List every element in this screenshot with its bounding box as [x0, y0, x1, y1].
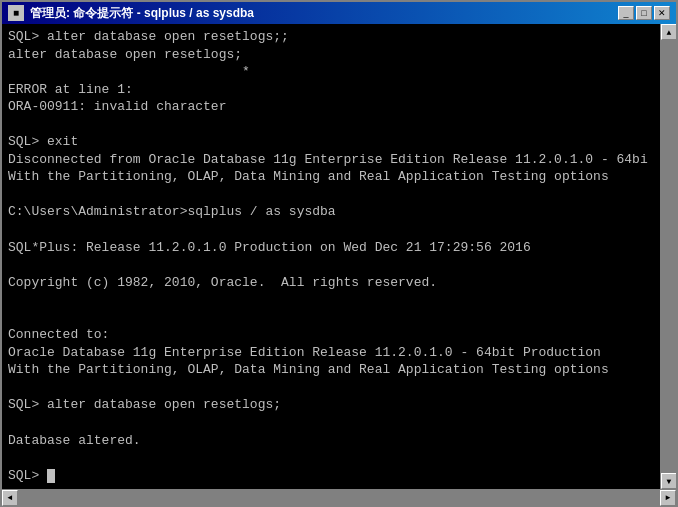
terminal-cursor — [47, 469, 55, 483]
window: ■ 管理员: 命令提示符 - sqlplus / as sysdba _ □ ✕… — [0, 0, 678, 507]
scroll-right-button[interactable]: ► — [660, 490, 676, 506]
close-button[interactable]: ✕ — [654, 6, 670, 20]
scroll-up-button[interactable]: ▲ — [661, 24, 676, 40]
title-bar: ■ 管理员: 命令提示符 - sqlplus / as sysdba _ □ ✕ — [2, 2, 676, 24]
vertical-scrollbar[interactable]: ▲ ▼ — [660, 24, 676, 489]
title-bar-buttons: _ □ ✕ — [618, 6, 670, 20]
minimize-button[interactable]: _ — [618, 6, 634, 20]
cmd-icon: ■ — [8, 5, 24, 21]
window-title: 管理员: 命令提示符 - sqlplus / as sysdba — [30, 5, 254, 22]
title-bar-left: ■ 管理员: 命令提示符 - sqlplus / as sysdba — [8, 5, 254, 22]
terminal-wrapper: SQL> alter database open resetlogs;; alt… — [2, 24, 676, 489]
scroll-track-vertical[interactable] — [661, 40, 676, 473]
scroll-left-button[interactable]: ◄ — [2, 490, 18, 506]
terminal-output: SQL> alter database open resetlogs;; alt… — [8, 28, 654, 484]
maximize-button[interactable]: □ — [636, 6, 652, 20]
bottom-bar: ◄ ► — [2, 489, 676, 505]
scroll-down-button[interactable]: ▼ — [661, 473, 676, 489]
terminal[interactable]: SQL> alter database open resetlogs;; alt… — [2, 24, 660, 489]
scroll-track-horizontal[interactable] — [18, 490, 660, 505]
